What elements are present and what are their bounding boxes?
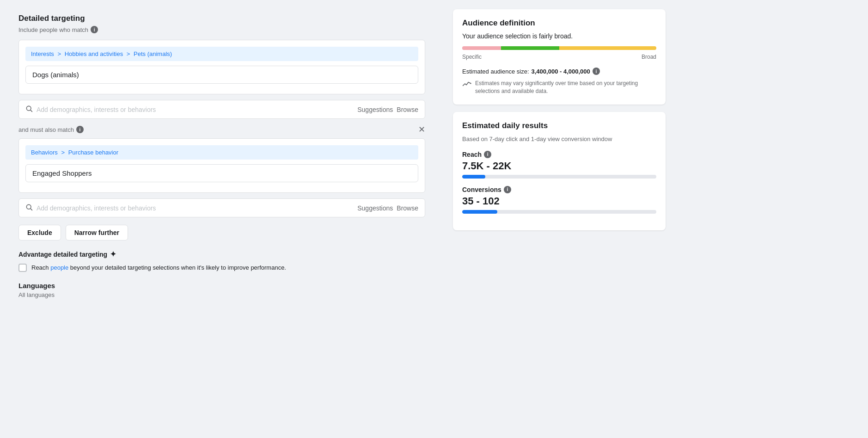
audience-size-prefix: Estimated audience size: xyxy=(462,68,529,75)
progress-pink-segment xyxy=(462,46,501,50)
daily-subtitle: Based on 7-day click and 1-day view conv… xyxy=(462,135,656,143)
conversions-label: Conversions i xyxy=(462,186,656,193)
conversions-bar-fill xyxy=(462,210,497,214)
advantage-body: Reach people beyond your detailed target… xyxy=(18,263,425,272)
breadcrumb-sep-1: > xyxy=(57,50,62,57)
search-icon-2 xyxy=(25,204,33,212)
conversions-value: 35 - 102 xyxy=(462,195,656,207)
search-placeholder-2: Add demographics, interests or behaviors xyxy=(37,204,354,212)
must-match-info-icon[interactable]: i xyxy=(76,126,84,133)
audience-size-value: 3,400,000 - 4,000,000 xyxy=(532,68,590,75)
progress-labels: Specific Broad xyxy=(462,54,656,60)
reach-label: Reach i xyxy=(462,151,656,158)
browse-link-2[interactable]: Browse xyxy=(397,204,418,212)
narrow-further-button[interactable]: Narrow further xyxy=(66,225,128,241)
include-subtitle: Include people who match i xyxy=(18,26,425,33)
audience-subtitle: Your audience selection is fairly broad. xyxy=(462,32,656,40)
estimates-note: Estimates may vary significantly over ti… xyxy=(475,80,656,95)
svg-line-3 xyxy=(31,209,32,210)
must-match-label: and must also match i xyxy=(18,126,84,133)
must-match-close-btn[interactable]: ✕ xyxy=(418,125,425,134)
section-title: Detailed targeting xyxy=(18,14,425,23)
progress-green-segment xyxy=(501,46,559,50)
second-targeting-box: Behaviors > Purchase behavior Engaged Sh… xyxy=(18,138,425,193)
right-panel: Audience definition Your audience select… xyxy=(444,0,675,438)
breadcrumb-1-hobbies[interactable]: Hobbies and activities xyxy=(65,50,123,57)
breadcrumb-2-behaviors[interactable]: Behaviors xyxy=(31,149,58,156)
languages-section: Languages All languages xyxy=(18,282,425,298)
languages-title: Languages xyxy=(18,282,425,290)
suggestions-link-2[interactable]: Suggestions xyxy=(357,204,393,212)
search-row-1[interactable]: Add demographics, interests or behaviors… xyxy=(18,100,425,119)
search-placeholder-1: Add demographics, interests or behaviors xyxy=(37,106,354,113)
browse-link-1[interactable]: Browse xyxy=(397,106,418,113)
breadcrumb-2: Behaviors > Purchase behavior xyxy=(25,145,418,160)
breadcrumb-2-purchase[interactable]: Purchase behavior xyxy=(68,149,118,156)
must-match-row: and must also match i ✕ xyxy=(18,125,425,134)
audience-size-row: Estimated audience size: 3,400,000 - 4,0… xyxy=(462,68,656,75)
languages-value: All languages xyxy=(18,291,425,298)
svg-line-1 xyxy=(31,110,32,112)
audience-card-title: Audience definition xyxy=(462,19,656,28)
search-actions-2: Suggestions Browse xyxy=(357,204,418,212)
advantage-text: Reach people beyond your detailed target… xyxy=(31,263,286,272)
daily-card-title: Estimated daily results xyxy=(462,121,656,130)
breadcrumb-1-interests[interactable]: Interests xyxy=(31,50,54,57)
reach-bar-track xyxy=(462,175,656,179)
search-icon-1 xyxy=(25,105,33,114)
tag-engaged-shoppers: Engaged Shoppers xyxy=(25,164,418,182)
exclude-button[interactable]: Exclude xyxy=(18,225,61,241)
reach-bar-fill xyxy=(462,175,485,179)
reach-info-icon[interactable]: i xyxy=(484,151,491,158)
breadcrumb-sep-3: > xyxy=(61,149,66,156)
advantage-checkbox[interactable] xyxy=(18,264,27,272)
breadcrumb-sep-2: > xyxy=(127,50,132,57)
conversions-info-icon[interactable]: i xyxy=(504,186,511,193)
button-row: Exclude Narrow further xyxy=(18,225,425,241)
progress-yellow-segment xyxy=(559,46,656,50)
broad-label: Broad xyxy=(642,54,656,60)
audience-size-info-icon[interactable]: i xyxy=(593,68,600,75)
sparkle-icon: ✦ xyxy=(110,250,116,259)
breadcrumb-1-pets[interactable]: Pets (animals) xyxy=(134,50,172,57)
search-row-2[interactable]: Add demographics, interests or behaviors… xyxy=(18,198,425,217)
breadcrumb-1: Interests > Hobbies and activities > Pet… xyxy=(25,47,418,61)
audience-progress-track xyxy=(462,46,656,50)
advantage-section: Advantage detailed targeting ✦ Reach peo… xyxy=(18,250,425,272)
include-info-icon[interactable]: i xyxy=(91,26,98,33)
specific-label: Specific xyxy=(462,54,482,60)
advantage-people-link[interactable]: people xyxy=(50,264,68,271)
first-targeting-box: Interests > Hobbies and activities > Pet… xyxy=(18,40,425,94)
left-panel: Detailed targeting Include people who ma… xyxy=(0,0,444,438)
estimates-row: Estimates may vary significantly over ti… xyxy=(462,80,656,95)
daily-results-card: Estimated daily results Based on 7-day c… xyxy=(453,112,666,230)
advantage-title: Advantage detailed targeting ✦ xyxy=(18,250,425,259)
audience-definition-card: Audience definition Your audience select… xyxy=(453,9,666,105)
search-actions-1: Suggestions Browse xyxy=(357,106,418,113)
conversions-bar-track xyxy=(462,210,656,214)
reach-value: 7.5K - 22K xyxy=(462,160,656,172)
tag-dogs: Dogs (animals) xyxy=(25,66,418,84)
suggestions-link-1[interactable]: Suggestions xyxy=(357,106,393,113)
chart-trend-icon xyxy=(462,80,471,87)
svg-point-4 xyxy=(470,83,471,84)
